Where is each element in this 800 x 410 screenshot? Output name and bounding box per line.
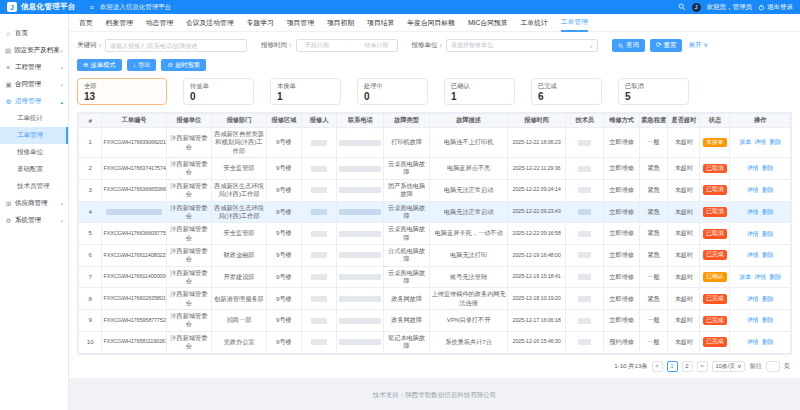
- sidebar-item-供应商管理[interactable]: ⊞供应商管理▾: [0, 195, 68, 212]
- cell-area: 9号楼: [266, 128, 301, 158]
- collapse-menu-icon[interactable]: ≡: [90, 4, 94, 11]
- detail-link[interactable]: 详情: [747, 251, 759, 259]
- detail-link[interactable]: 详情: [754, 273, 766, 281]
- avatar[interactable]: J: [692, 3, 701, 12]
- tab-项目管理[interactable]: 项目管理: [287, 14, 314, 32]
- cell-status: 已完成: [700, 310, 730, 332]
- nav-tabs: 首页档案管理动态管理会议及活动管理专题学习项目管理项目初期项目结算年度合同目标额…: [69, 14, 800, 32]
- page-size-select[interactable]: 10条/页∨: [712, 361, 746, 372]
- stat-card-已完成[interactable]: 已完成6: [531, 78, 602, 105]
- next-page-button[interactable]: >: [697, 361, 708, 372]
- sidebar-item-技术员管理[interactable]: 技术员管理: [0, 178, 68, 195]
- tab-首页[interactable]: 首页: [79, 14, 93, 32]
- page-button-2[interactable]: 2: [682, 361, 693, 372]
- stat-card-已确认[interactable]: 已确认1: [444, 78, 515, 105]
- stat-card-全部[interactable]: 全部13: [77, 78, 167, 105]
- cell-dept: 安全监管部: [212, 223, 267, 245]
- tab-会议及活动管理[interactable]: 会议及活动管理: [186, 14, 234, 32]
- detail-link[interactable]: 详情: [747, 208, 759, 216]
- goto-page-input[interactable]: [766, 361, 780, 372]
- cell-actions: 详情删除: [730, 244, 791, 266]
- sidebar-item-工单统计[interactable]: 工单统计: [0, 110, 68, 127]
- tab-专题学习[interactable]: 专题学习: [247, 14, 274, 32]
- archive-icon: ▤: [5, 47, 11, 55]
- cell-repair-mode: 立即维修: [604, 158, 640, 180]
- cell-order-no: FXXCGWH1766374175748: [102, 158, 166, 180]
- redacted-technician: [578, 187, 591, 193]
- cell-timeout: 未超时: [668, 158, 700, 180]
- stat-card-未接单[interactable]: 未接单1: [270, 78, 341, 105]
- cell-urgency: 紧急: [639, 244, 667, 266]
- sidebar-item-系统管理[interactable]: ⚙系统管理▾: [0, 212, 68, 229]
- 超时预警-button[interactable]: ⊙超时预警: [161, 59, 206, 71]
- delete-link[interactable]: 删除: [762, 230, 774, 238]
- sidebar-item-label: 工程管理: [15, 63, 41, 72]
- chevron-down-icon: ▾: [60, 65, 63, 71]
- delete-link[interactable]: 删除: [769, 138, 781, 146]
- tab-工单统计[interactable]: 工单统计: [521, 14, 548, 32]
- detail-link[interactable]: 详情: [747, 316, 759, 324]
- app-title: 信息化管理平台: [21, 2, 76, 12]
- stat-card-value: 0: [190, 92, 247, 102]
- search-button[interactable]: 查询: [612, 39, 645, 52]
- detail-link[interactable]: 详情: [747, 230, 759, 238]
- cell-urgency: 紧急: [639, 288, 667, 310]
- detail-link[interactable]: 详情: [747, 338, 759, 346]
- detail-link[interactable]: 详情: [747, 295, 759, 303]
- redacted-technician: [578, 274, 591, 280]
- delete-link[interactable]: 删除: [762, 164, 774, 172]
- cell-index: 2: [79, 158, 102, 180]
- detail-link[interactable]: 详情: [747, 164, 759, 172]
- redacted-order-no: [106, 209, 162, 215]
- delete-link[interactable]: 删除: [762, 295, 774, 303]
- stat-card-处理中[interactable]: 处理中0: [357, 78, 428, 105]
- sidebar-item-合同管理[interactable]: ▣合同管理▾: [0, 76, 68, 93]
- stat-card-已取消[interactable]: 已取消5: [618, 78, 689, 105]
- detail-link[interactable]: 详情: [747, 186, 759, 194]
- delete-link[interactable]: 删除: [762, 208, 774, 216]
- reset-button[interactable]: ⟳ 重置: [650, 39, 682, 52]
- report-time-range-picker[interactable]: 开始日期 - 结束日期: [296, 39, 398, 52]
- delete-link[interactable]: 删除: [762, 338, 774, 346]
- page-button-1[interactable]: 1: [667, 361, 678, 372]
- action-links: 详情删除: [731, 316, 789, 324]
- prev-page-button[interactable]: <: [652, 361, 663, 372]
- report-unit-select[interactable]: 请选择报修单位 ∨: [446, 39, 598, 52]
- expand-filters-link[interactable]: 展开 ∨: [688, 41, 708, 50]
- tab-工单管理[interactable]: 工单管理: [561, 14, 588, 32]
- cell-reporter: [301, 288, 337, 310]
- cell-timeout: 未超时: [668, 310, 700, 332]
- 导出-button[interactable]: ↓导出: [127, 59, 157, 71]
- goto-label: 前往: [749, 362, 761, 371]
- detail-link[interactable]: 详情: [754, 138, 766, 146]
- sidebar-item-报修单位[interactable]: 报修单位: [0, 144, 68, 161]
- tab-年度合同目标额[interactable]: 年度合同目标额: [407, 14, 455, 32]
- stat-card-待派单[interactable]: 待派单0: [183, 78, 254, 105]
- tab-项目结算[interactable]: 项目结算: [367, 14, 394, 32]
- dispatch-link[interactable]: 派单: [739, 273, 751, 281]
- sidebar-item-工程管理[interactable]: ≡工程管理▾: [0, 59, 68, 76]
- tab-档案管理[interactable]: 档案管理: [106, 14, 133, 32]
- cell-area: 9号楼: [266, 310, 301, 332]
- sidebar-item-运维管理[interactable]: ⚙运维管理▴: [0, 93, 68, 110]
- delete-link[interactable]: 删除: [762, 316, 774, 324]
- tab-项目初期[interactable]: 项目初期: [327, 14, 354, 32]
- 派单模式-button[interactable]: ⊕派单模式: [77, 59, 122, 71]
- tab-动态管理[interactable]: 动态管理: [146, 14, 173, 32]
- tab-MIC合同预算[interactable]: MIC合同预算: [468, 14, 508, 32]
- date-range-separator: -: [345, 43, 347, 49]
- sidebar-item-首页[interactable]: ⌂首页: [0, 25, 68, 42]
- search-icon[interactable]: [678, 3, 686, 11]
- cell-urgency: 紧急: [639, 201, 667, 223]
- logout-button[interactable]: 退出登录: [758, 3, 793, 12]
- keyword-input[interactable]: [105, 39, 247, 52]
- delete-link[interactable]: 删除: [762, 251, 774, 259]
- toolbar-button-label: 超时预警: [175, 61, 200, 70]
- sidebar-item-基础配置[interactable]: 基础配置: [0, 161, 68, 178]
- delete-link[interactable]: 删除: [769, 273, 781, 281]
- sidebar-item-工单管理[interactable]: 工单管理: [0, 127, 68, 144]
- cell-repair-mode: 立即维修: [604, 288, 640, 310]
- sidebar-item-固定资产及档案管理[interactable]: ▤固定资产及档案管理▾: [0, 42, 68, 59]
- delete-link[interactable]: 删除: [762, 186, 774, 194]
- dispatch-link[interactable]: 派单: [739, 138, 751, 146]
